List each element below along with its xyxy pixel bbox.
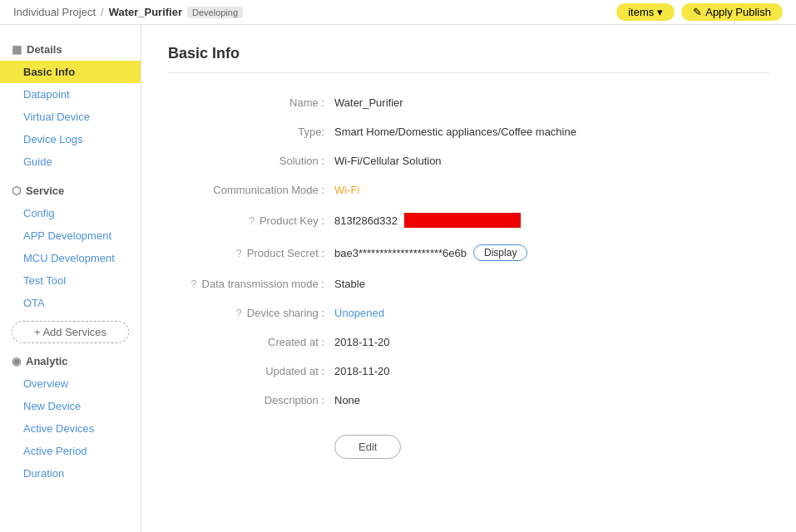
field-communication-mode-value: Wi-Fi <box>334 184 359 196</box>
field-solution: Solution : Wi-Fi/Cellular Solution <box>168 146 769 175</box>
field-communication-mode: Communication Mode : Wi-Fi <box>168 175 769 204</box>
device-sharing-help-icon: ? <box>236 307 242 319</box>
product-key-help-icon: ? <box>249 214 255 227</box>
sidebar-section-details-title: ▦ Details <box>0 38 141 61</box>
field-description: Description : None <box>168 386 769 415</box>
field-product-key: ? Product Key : 813f286d332 <box>168 204 769 236</box>
field-description-label: Description : <box>168 394 334 406</box>
topbar: Individual Project / Water_Purifier Deve… <box>0 0 796 25</box>
sidebar-item-active-devices[interactable]: Active Devices <box>0 417 141 440</box>
project-name: Water_Purifier <box>109 6 182 18</box>
edit-button[interactable]: Edit <box>334 435 401 459</box>
sidebar-item-mcu-development[interactable]: MCU Development <box>0 247 141 269</box>
field-type-value: Smart Home/Domestic appliances/Coffee ma… <box>334 126 576 138</box>
sidebar-item-test-tool[interactable]: Test Tool <box>0 269 141 292</box>
details-icon: ▦ <box>12 43 22 56</box>
items-button[interactable]: items ▾ <box>616 3 675 21</box>
analytic-icon: ◉ <box>12 355 21 367</box>
field-device-sharing-label: ? Device sharing : <box>168 307 334 319</box>
breadcrumb-separator: / <box>101 6 104 18</box>
sidebar-item-active-period[interactable]: Active Period <box>0 440 141 462</box>
sidebar-item-guide[interactable]: Guide <box>0 150 141 173</box>
sidebar-item-basic-info[interactable]: Basic Info <box>0 61 141 83</box>
sidebar-item-datapoint[interactable]: Datapoint <box>0 83 141 106</box>
sidebar-item-virtual-device[interactable]: Virtual Device <box>0 106 141 128</box>
field-solution-value: Wi-Fi/Cellular Solution <box>334 155 442 167</box>
sidebar-item-config[interactable]: Config <box>0 202 141 224</box>
field-name-label: Name : <box>168 96 334 109</box>
field-created-at-label: Created at : <box>168 336 334 348</box>
field-type: Type: Smart Home/Domestic appliances/Cof… <box>168 117 769 146</box>
field-solution-label: Solution : <box>168 155 334 167</box>
field-data-transmission: ? Data transmission mode : Stable <box>168 269 769 298</box>
field-product-secret-value: bae3********************6e6b Display <box>334 244 527 261</box>
field-product-secret: ? Product Secret : bae3*****************… <box>168 236 769 269</box>
field-product-key-label: ? Product Key : <box>168 214 334 227</box>
field-name-value: Water_Purifier <box>334 96 403 109</box>
sidebar-item-app-development[interactable]: APP Development <box>0 224 141 247</box>
field-updated-at-value: 2018-11-20 <box>334 365 390 377</box>
sidebar-section-service: ⬡ Service Config APP Development MCU Dev… <box>0 180 141 343</box>
sidebar-section-details: ▦ Details Basic Info Datapoint Virtual D… <box>0 38 141 173</box>
field-communication-mode-label: Communication Mode : <box>168 184 334 196</box>
apply-publish-icon: ✎ <box>693 6 702 18</box>
topbar-actions: items ▾ ✎ Apply Publish <box>616 3 783 21</box>
field-updated-at-label: Updated at : <box>168 365 334 377</box>
product-key-text: 813f286d332 <box>334 214 398 227</box>
sidebar-item-ota[interactable]: OTA <box>0 292 141 314</box>
field-data-transmission-label: ? Data transmission mode : <box>168 278 334 290</box>
breadcrumb: Individual Project / Water_Purifier Deve… <box>13 6 243 18</box>
content-area: Basic Info Name : Water_Purifier Type: S… <box>141 25 796 532</box>
field-device-sharing-value: Unopened <box>334 307 384 319</box>
field-device-sharing: ? Device sharing : Unopened <box>168 298 769 328</box>
sidebar-item-new-device[interactable]: New Device <box>0 395 141 417</box>
sidebar-section-analytic: ◉ Analytic Overview New Device Active De… <box>0 350 141 485</box>
add-services-button[interactable]: + Add Services <box>12 321 129 343</box>
product-key-redacted <box>404 213 521 228</box>
field-name: Name : Water_Purifier <box>168 88 769 117</box>
sidebar-section-analytic-title: ◉ Analytic <box>0 350 141 372</box>
sidebar-section-service-title: ⬡ Service <box>0 180 141 202</box>
field-created-at-value: 2018-11-20 <box>334 336 390 348</box>
service-icon: ⬡ <box>12 185 21 197</box>
field-product-key-value: 813f286d332 <box>334 213 521 228</box>
product-secret-text: bae3********************6e6b <box>334 247 467 259</box>
sidebar-item-device-logs[interactable]: Device Logs <box>0 128 141 150</box>
field-type-label: Type: <box>168 126 334 138</box>
field-updated-at: Updated at : 2018-11-20 <box>168 357 769 386</box>
data-transmission-help-icon: ? <box>190 278 196 290</box>
display-button[interactable]: Display <box>473 244 527 261</box>
sidebar: ▦ Details Basic Info Datapoint Virtual D… <box>0 25 141 532</box>
field-data-transmission-value: Stable <box>334 278 365 290</box>
sidebar-item-duration[interactable]: Duration <box>0 462 141 485</box>
field-product-secret-label: ? Product Secret : <box>168 247 334 259</box>
page-title: Basic Info <box>168 45 769 73</box>
status-badge: Developing <box>187 7 243 18</box>
sidebar-item-overview[interactable]: Overview <box>0 372 141 395</box>
main-layout: ▦ Details Basic Info Datapoint Virtual D… <box>0 25 796 532</box>
breadcrumb-project-link[interactable]: Individual Project <box>13 6 96 18</box>
field-created-at: Created at : 2018-11-20 <box>168 328 769 357</box>
edit-row: Edit <box>168 415 769 459</box>
field-description-value: None <box>334 394 360 406</box>
product-secret-help-icon: ? <box>236 247 242 259</box>
apply-publish-button[interactable]: ✎ Apply Publish <box>681 3 783 21</box>
